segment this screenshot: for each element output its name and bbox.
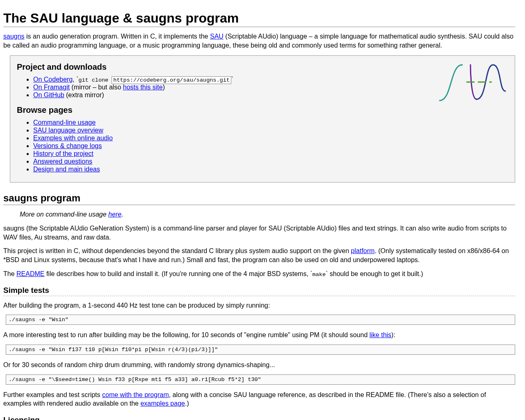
text: , [73, 76, 76, 83]
text: This project is written in C, without de… [3, 247, 351, 254]
code-block-2[interactable]: ./saugns -e "Wsin f137 t10 p[Wsin f10*pi… [6, 345, 515, 355]
codeberg-link[interactable]: On Codeberg [33, 76, 73, 83]
like-this-link[interactable]: like this [370, 331, 391, 338]
licensing-heading: Licensing [3, 415, 515, 420]
sau-link[interactable]: SAU [210, 33, 224, 40]
pages-list: Command-line usage SAU language overview… [17, 119, 508, 173]
page-link[interactable]: History of the project [33, 150, 94, 157]
come-with-program-link[interactable]: come with the program [102, 391, 169, 398]
project-box: Project and downloads On Codeberg, `git … [10, 55, 515, 183]
logo-wave-icon [438, 62, 507, 103]
page-link[interactable]: Command-line usage [33, 119, 96, 126]
page-link[interactable]: Design and main ideas [33, 166, 100, 173]
list-item: On Codeberg, `git clone https://codeberg… [33, 76, 508, 83]
text: A more interesting test to run after bui… [3, 331, 370, 338]
page-link[interactable]: Examples with online audio [33, 135, 113, 142]
downloads-list: On Codeberg, `git clone https://codeberg… [17, 76, 508, 99]
list-item: On GitHub (extra mirror) [33, 91, 508, 99]
code-block-3[interactable]: ./saugns -e "\$seed=time() Wsin f33 p[Rx… [6, 374, 515, 385]
text: .) [185, 400, 189, 407]
code-block-1[interactable]: ./saugns -e "Wsin" [6, 315, 515, 325]
readme-link[interactable]: README [16, 270, 44, 277]
platform-link[interactable]: platform [351, 247, 375, 254]
list-item: Command-line usage [33, 119, 508, 126]
blockquote: More on command-line usage here. [20, 211, 515, 218]
page-link[interactable]: Answered questions [33, 158, 92, 165]
intro-text-1: is an audio generation program. Written … [25, 33, 210, 40]
bq-text: . [121, 211, 123, 218]
here-link[interactable]: here [108, 211, 121, 218]
list-item: Design and main ideas [33, 166, 508, 173]
page-title: The SAU language & saugns program [3, 11, 515, 27]
text: file describes how to build and install … [44, 270, 312, 277]
text: The [3, 270, 16, 277]
tests-paragraph-3: Or for 30 seconds of random chirp drum d… [3, 361, 515, 370]
program-paragraph-3: The README file describes how to build a… [3, 269, 515, 278]
page-link[interactable]: Versions & change logs [33, 142, 102, 149]
page-link[interactable]: SAU language overview [33, 127, 103, 134]
framagit-link[interactable]: On Framagit [33, 84, 70, 91]
text: (mirror – but also [70, 84, 123, 91]
tests-paragraph-4: Further examples and test scripts come w… [3, 390, 515, 408]
list-item: On Framagit (mirror – but also hosts thi… [33, 84, 508, 91]
list-item: Examples with online audio [33, 135, 508, 142]
hosts-site-link[interactable]: hosts this site [123, 84, 163, 91]
program-paragraph-2: This project is written in C, without de… [3, 247, 515, 264]
tests-paragraph-1: After building the program, a 1-second 4… [3, 301, 515, 310]
text: Further examples and test scripts [3, 391, 102, 398]
list-item: History of the project [33, 150, 508, 158]
list-item: Answered questions [33, 158, 508, 165]
tests-paragraph-2: A more interesting test to run after bui… [3, 331, 515, 340]
saugns-program-heading: saugns program [3, 192, 515, 205]
git-url[interactable]: https://codeberg.org/sau/saugns.git [112, 76, 231, 84]
text: (extra mirror) [64, 91, 104, 98]
project-downloads-heading: Project and downloads [17, 62, 508, 72]
program-paragraph-1: saugns (the Scriptable AUdio GeNeration … [3, 224, 515, 242]
browse-pages-heading: Browse pages [17, 105, 508, 115]
examples-page-link[interactable]: examples page [140, 400, 185, 407]
simple-tests-heading: Simple tests [3, 286, 515, 296]
text: ): [391, 331, 395, 338]
make-code: make [313, 272, 326, 278]
text: ` should be enough to get it built.) [326, 270, 423, 277]
list-item: SAU language overview [33, 127, 508, 134]
github-link[interactable]: On GitHub [33, 91, 64, 98]
git-clone-text: git clone [78, 77, 112, 83]
saugns-link[interactable]: saugns [3, 33, 25, 40]
intro-paragraph: saugns is an audio generation program. W… [3, 32, 515, 50]
bq-text: More on command-line usage [20, 211, 108, 218]
text: ) [163, 84, 165, 91]
list-item: Versions & change logs [33, 142, 508, 150]
